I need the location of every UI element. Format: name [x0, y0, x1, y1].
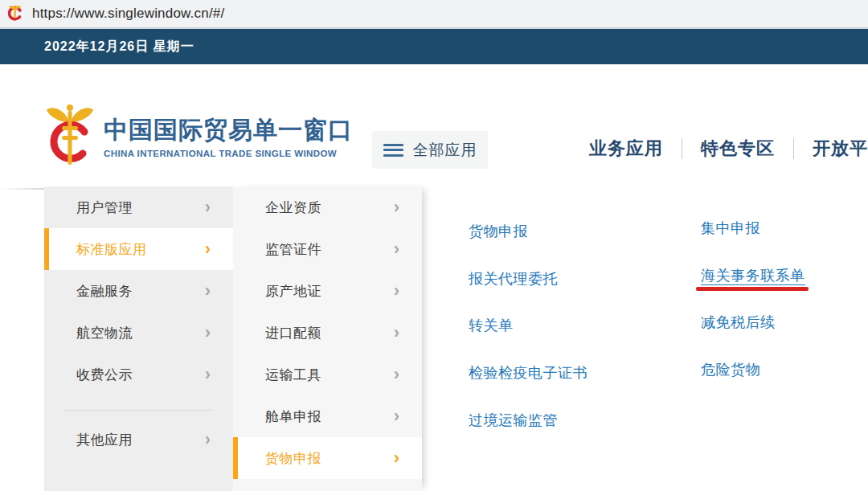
- link-cargo-declaration[interactable]: 货物申报: [469, 223, 528, 239]
- chevron-right-icon: ›: [394, 198, 399, 216]
- nav-item-business-apps[interactable]: 业务应用: [589, 137, 663, 161]
- menu-item-certificate-of-origin[interactable]: 原产地证 ›: [233, 270, 422, 312]
- chevron-right-icon: ›: [205, 431, 211, 448]
- logo-title-en: CHINA INTERNATIONAL TRADE SINGLE WINDOW: [104, 149, 353, 158]
- link-item: 集中申报: [701, 219, 805, 238]
- menu-item-label: 航空物流: [76, 324, 205, 342]
- menu-item-label: 舱单申报: [265, 407, 394, 426]
- link-customs-broker-delegation[interactable]: 报关代理委托: [469, 271, 558, 287]
- menu-item-manifest-declaration[interactable]: 舱单申报 ›: [233, 395, 422, 437]
- link-transit-form[interactable]: 转关单: [469, 317, 514, 333]
- menu-item-label: 监管证件: [265, 240, 394, 259]
- logo-title-cn: 中国国际贸易单一窗口: [104, 116, 353, 145]
- chevron-right-icon: ›: [205, 240, 211, 258]
- chevron-right-icon: ›: [205, 324, 211, 342]
- link-centralized-declaration[interactable]: 集中申报: [701, 220, 760, 236]
- nav-item-special-zones[interactable]: 特色专区: [701, 137, 775, 161]
- link-item: 危险货物: [701, 360, 805, 379]
- site-logo-link[interactable]: 中国国际贸易单一窗口 CHINA INTERNATIONAL TRADE SIN…: [44, 101, 353, 172]
- chevron-right-icon: ›: [394, 366, 399, 383]
- menu-item-transport-vehicles[interactable]: 运输工具 ›: [233, 354, 422, 395]
- link-dangerous-goods[interactable]: 危险货物: [701, 362, 760, 378]
- browser-address-bar[interactable]: https://www.singlewindow.cn/#/: [0, 0, 868, 29]
- menu-item-import-quota[interactable]: 进口配额 ›: [233, 312, 422, 354]
- active-indicator-bar: [44, 228, 49, 270]
- menu-item-other-apps[interactable]: 其他应用 ›: [44, 419, 233, 460]
- chevron-right-icon: ›: [394, 324, 399, 342]
- menu-level3-right-column: 集中申报 海关事务联系单 减免税后续 危险货物: [701, 219, 805, 407]
- nav-separator: [682, 138, 682, 159]
- menu-level1-panel: 用户管理 › 标准版应用 › 金融服务 › 航空物流 › 收费公示 › 其他应用…: [44, 186, 233, 491]
- active-indicator-bar: [233, 437, 238, 479]
- date-bar: 2022年12月26日 星期一: [0, 29, 868, 64]
- link-item: 减免税后续: [701, 313, 805, 332]
- menu-item-cargo-declaration[interactable]: 货物申报 ›: [233, 437, 422, 479]
- all-apps-label: 全部应用: [413, 140, 477, 161]
- link-item: 检验检疫电子证书: [469, 363, 588, 383]
- link-inspection-quarantine-ecert[interactable]: 检验检疫电子证书: [469, 365, 588, 381]
- date-text: 2022年12月26日 星期一: [44, 39, 194, 55]
- menu-item-standard-apps[interactable]: 标准版应用 ›: [44, 228, 233, 270]
- menu-item-fee-publicity[interactable]: 收费公示 ›: [44, 354, 233, 395]
- menu-item-label: 收费公示: [76, 366, 205, 384]
- nav-item-open-platform[interactable]: 开放平台: [813, 137, 868, 161]
- chevron-right-icon: ›: [205, 198, 211, 216]
- link-customs-affairs-contact-form[interactable]: 海关事务联系单: [701, 268, 805, 285]
- chevron-right-icon: ›: [205, 282, 211, 300]
- menu-item-user-management[interactable]: 用户管理 ›: [44, 186, 233, 228]
- menu-top-edge-line: [0, 188, 44, 190]
- menu-item-air-logistics[interactable]: 航空物流 ›: [44, 312, 233, 354]
- menu-item-label: 原产地证: [265, 282, 394, 301]
- menu-item-label: 用户管理: [76, 198, 205, 217]
- url-text[interactable]: https://www.singlewindow.cn/#/: [32, 6, 224, 22]
- link-item: 海关事务联系单: [701, 266, 805, 285]
- menu-level3-left-column: 货物申报 报关代理委托 转关单 检验检疫电子证书 过境运输监管: [469, 222, 588, 457]
- menu-divider: [63, 410, 214, 411]
- menu-level2-panel: 企业资质 › 监管证件 › 原产地证 › 进口配额 › 运输工具 › 舱单申报 …: [233, 186, 422, 491]
- chevron-right-icon: ›: [394, 407, 399, 425]
- menu-item-label: 企业资质: [265, 198, 394, 217]
- hamburger-icon: [383, 141, 403, 159]
- menu-item-financial-services[interactable]: 金融服务 ›: [44, 270, 233, 312]
- link-item: 转关单: [469, 316, 588, 335]
- menu-item-regulatory-certificates[interactable]: 监管证件 ›: [233, 228, 422, 270]
- top-nav: 业务应用 特色专区 开放平台: [589, 137, 868, 161]
- red-underline-annotation: [696, 287, 809, 291]
- menu-item-label: 金融服务: [76, 282, 205, 301]
- chevron-right-icon: ›: [394, 449, 399, 467]
- menu-item-label: 其他应用: [76, 431, 205, 449]
- link-item: 货物申报: [469, 222, 588, 241]
- link-item: 报关代理委托: [469, 269, 588, 288]
- link-transit-transport-supervision[interactable]: 过境运输监管: [469, 412, 558, 428]
- link-tax-reduction-followup[interactable]: 减免税后续: [701, 314, 776, 330]
- chevron-right-icon: ›: [394, 282, 399, 300]
- chevron-right-icon: ›: [205, 366, 211, 383]
- link-item: 过境运输监管: [469, 411, 588, 430]
- menu-item-label: 进口配额: [265, 324, 394, 342]
- all-apps-button[interactable]: 全部应用: [372, 131, 488, 169]
- menu-item-enterprise-qualification[interactable]: 企业资质 ›: [233, 186, 422, 228]
- chevron-right-icon: ›: [394, 240, 399, 258]
- menu-item-label: 标准版应用: [76, 240, 205, 259]
- logo-emblem-icon: [44, 101, 96, 172]
- logo-text: 中国国际贸易单一窗口 CHINA INTERNATIONAL TRADE SIN…: [104, 116, 353, 158]
- menu-item-label: 货物申报: [265, 449, 394, 468]
- nav-separator: [793, 138, 794, 159]
- page: https://www.singlewindow.cn/#/ 2022年12月2…: [0, 0, 868, 491]
- site-favicon-icon: [6, 5, 24, 23]
- menu-item-label: 运输工具: [265, 366, 394, 384]
